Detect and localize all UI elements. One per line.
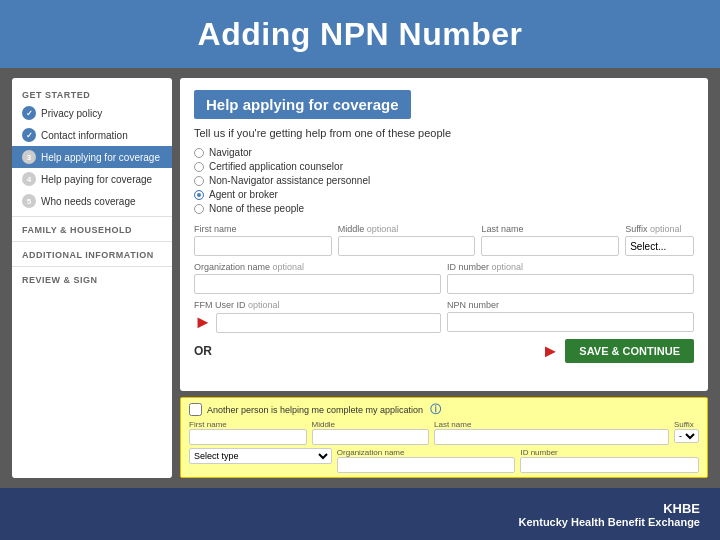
divider xyxy=(12,266,172,267)
suffix-select[interactable]: Select... xyxy=(625,236,694,256)
step-num-3: 3 xyxy=(22,150,36,164)
suffix-label: Suffix optional xyxy=(625,224,694,234)
radio-certified[interactable]: Certified application counselor xyxy=(194,161,694,172)
first-name-input[interactable] xyxy=(194,236,332,256)
footer-full-name: Kentucky Health Benefit Exchange xyxy=(518,516,700,528)
bottom-id-input[interactable] xyxy=(520,457,699,473)
main-content: GET STARTED Privacy policy Contact infor… xyxy=(0,68,720,488)
bottom-middle-group: Middle xyxy=(312,420,430,445)
save-continue-button[interactable]: SAVE & CONTINUE xyxy=(565,339,694,363)
sidebar-item-label: Help paying for coverage xyxy=(41,174,152,185)
radio-agent[interactable]: Agent or broker xyxy=(194,189,694,200)
bottom-type-select[interactable]: Select type xyxy=(189,448,332,464)
bottom-select-type-group: Select type xyxy=(189,448,332,473)
divider xyxy=(12,241,172,242)
sidebar-item-label: Privacy policy xyxy=(41,108,102,119)
last-name-group: Last name xyxy=(481,224,619,256)
bottom-fields-row2: Select type Organization name ID number xyxy=(189,448,699,473)
radio-label-navigator: Navigator xyxy=(209,147,252,158)
radio-circle-navigator xyxy=(194,148,204,158)
bottom-fields-row1: First name Middle Last name Suffix xyxy=(189,420,699,445)
ffm-label: FFM User ID optional xyxy=(194,300,441,310)
bottom-id-label: ID number xyxy=(520,448,699,457)
info-icon: ⓘ xyxy=(430,402,441,417)
sidebar: GET STARTED Privacy policy Contact infor… xyxy=(12,78,172,478)
id-number-label: ID number optional xyxy=(447,262,694,272)
sidebar-item-label: Help applying for coverage xyxy=(41,152,160,163)
radio-none[interactable]: None of these people xyxy=(194,203,694,214)
step-check-icon xyxy=(22,106,36,120)
sidebar-item-who-needs[interactable]: 5 Who needs coverage xyxy=(12,190,172,212)
or-text: OR xyxy=(194,344,212,358)
npn-label: NPN number xyxy=(447,300,694,310)
bottom-first-name-input[interactable] xyxy=(189,429,307,445)
last-name-input[interactable] xyxy=(481,236,619,256)
last-name-label: Last name xyxy=(481,224,619,234)
action-row: OR ► SAVE & CONTINUE xyxy=(194,339,694,363)
radio-circle-certified xyxy=(194,162,204,172)
sidebar-item-help-paying[interactable]: 4 Help paying for coverage xyxy=(12,168,172,190)
first-name-label: First name xyxy=(194,224,332,234)
app-container: Adding NPN Number GET STARTED Privacy po… xyxy=(0,0,720,540)
ffm-input[interactable] xyxy=(216,313,441,333)
sidebar-item-help-applying[interactable]: 3 Help applying for coverage xyxy=(12,146,172,168)
card-title-bar: Help applying for coverage xyxy=(194,90,694,127)
middle-label: Middle optional xyxy=(338,224,476,234)
divider xyxy=(12,216,172,217)
radio-non-navigator[interactable]: Non-Navigator assistance personnel xyxy=(194,175,694,186)
another-person-checkbox[interactable] xyxy=(189,403,202,416)
radio-label-certified: Certified application counselor xyxy=(209,161,343,172)
sidebar-item-contact[interactable]: Contact information xyxy=(12,124,172,146)
npn-input[interactable] xyxy=(447,312,694,332)
id-number-group: ID number optional xyxy=(447,262,694,294)
npn-group: NPN number xyxy=(447,300,694,333)
org-name-group: Organization name optional xyxy=(194,262,441,294)
bottom-middle-input[interactable] xyxy=(312,429,430,445)
bottom-org-input[interactable] xyxy=(337,457,516,473)
bottom-bar: Another person is helping me complete my… xyxy=(180,397,708,478)
sidebar-item-privacy[interactable]: Privacy policy xyxy=(12,102,172,124)
sidebar-item-label: Contact information xyxy=(41,130,128,141)
sidebar-section-get-started: GET STARTED xyxy=(12,86,172,102)
suffix-group: Suffix optional Select... xyxy=(625,224,694,256)
org-name-label: Organization name optional xyxy=(194,262,441,272)
step-num-4: 4 xyxy=(22,172,36,186)
bottom-suffix-select[interactable]: - xyxy=(674,429,699,443)
card-title: Help applying for coverage xyxy=(194,90,411,119)
bottom-first-name-label: First name xyxy=(189,420,307,429)
ffm-group: FFM User ID optional ► xyxy=(194,300,441,333)
bottom-id-group: ID number xyxy=(520,448,699,473)
radio-circle-non-navigator xyxy=(194,176,204,186)
or-section: OR xyxy=(194,344,212,358)
header: Adding NPN Number xyxy=(0,0,720,68)
step-check-icon xyxy=(22,128,36,142)
step-num-5: 5 xyxy=(22,194,36,208)
name-row: First name Middle optional Last name Suf… xyxy=(194,224,694,256)
red-arrow-save-icon: ► xyxy=(542,341,560,362)
bottom-bar-checkbox-row: Another person is helping me complete my… xyxy=(189,402,699,417)
radio-group: Navigator Certified application counselo… xyxy=(194,147,694,214)
sidebar-section-family: FAMILY & HOUSEHOLD xyxy=(12,221,172,237)
bottom-last-name-group: Last name xyxy=(434,420,669,445)
org-id-row: Organization name optional ID number opt… xyxy=(194,262,694,294)
bottom-org-label: Organization name xyxy=(337,448,516,457)
org-name-input[interactable] xyxy=(194,274,441,294)
right-panel: Help applying for coverage Tell us if yo… xyxy=(180,78,708,478)
radio-circle-agent xyxy=(194,190,204,200)
radio-label-agent: Agent or broker xyxy=(209,189,278,200)
save-section: ► SAVE & CONTINUE xyxy=(542,339,694,363)
footer-text: KHBE Kentucky Health Benefit Exchange xyxy=(518,501,700,528)
middle-input[interactable] xyxy=(338,236,476,256)
id-number-input[interactable] xyxy=(447,274,694,294)
radio-label-non-navigator: Non-Navigator assistance personnel xyxy=(209,175,370,186)
sidebar-item-label: Who needs coverage xyxy=(41,196,136,207)
ffm-npn-row: FFM User ID optional ► NPN number xyxy=(194,300,694,333)
sidebar-section-review: REVIEW & SIGN xyxy=(12,271,172,287)
bottom-suffix-group: Suffix - xyxy=(674,420,699,445)
footer: KHBE Kentucky Health Benefit Exchange xyxy=(0,488,720,540)
radio-navigator[interactable]: Navigator xyxy=(194,147,694,158)
bottom-first-name-group: First name xyxy=(189,420,307,445)
main-card: Help applying for coverage Tell us if yo… xyxy=(180,78,708,391)
bottom-last-name-input[interactable] xyxy=(434,429,669,445)
bottom-org-name-group: Organization name xyxy=(337,448,516,473)
